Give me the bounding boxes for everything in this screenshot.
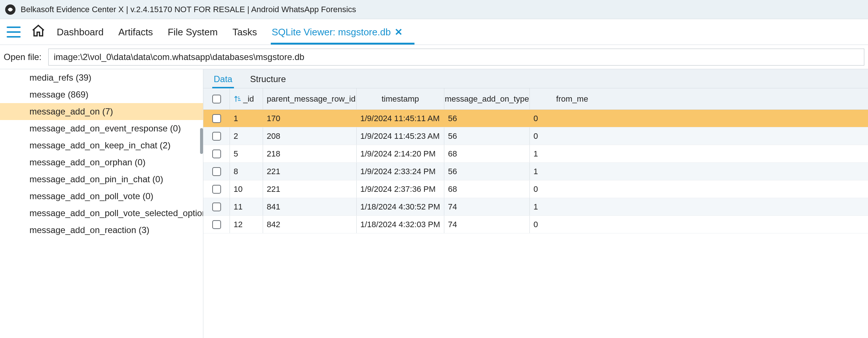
tree-item[interactable]: message_add_on_keep_in_chat (2) (0, 137, 203, 154)
cell-from_me: 1 (530, 145, 615, 162)
cell-_id: 8 (230, 163, 263, 180)
row-checkbox-cell (203, 180, 230, 198)
open-file-bar: Open file: (0, 45, 868, 69)
main-panel: DataStructure _idparent_message_row_idti… (203, 69, 868, 338)
cell-message_add_on_type: 56 (444, 127, 530, 145)
cell-timestamp: 1/9/2024 2:37:36 PM (357, 180, 444, 198)
cell-message_add_on_type: 56 (444, 110, 530, 127)
tree-item[interactable]: media_refs (39) (0, 69, 203, 86)
tree-item-count: (3) (136, 225, 150, 235)
open-file-label: Open file: (4, 52, 42, 62)
tree-item-name: message_add_on_poll_vote_selected_option (29, 208, 203, 218)
row-checkbox[interactable] (212, 167, 221, 176)
col-header-checkbox[interactable] (203, 88, 230, 109)
cell-parent_message_row_id: 221 (263, 180, 357, 198)
nav-tab[interactable]: File System (167, 21, 218, 43)
inner-tab[interactable]: Structure (249, 70, 287, 88)
cell-_id: 10 (230, 180, 263, 198)
cell-from_me: 1 (530, 198, 615, 215)
row-checkbox[interactable] (212, 185, 221, 194)
cell-timestamp: 1/9/2024 2:33:24 PM (357, 163, 444, 180)
cell-parent_message_row_id: 221 (263, 163, 357, 180)
cell-_id: 5 (230, 145, 263, 162)
select-all-checkbox[interactable] (212, 95, 221, 103)
tree-item-name: message_add_on_keep_in_chat (29, 140, 157, 150)
tree-item[interactable]: message_add_on_poll_vote (0) (0, 188, 203, 205)
row-checkbox-cell (203, 145, 230, 162)
row-checkbox[interactable] (212, 203, 221, 211)
row-checkbox[interactable] (212, 220, 221, 229)
col-header[interactable]: from_me (530, 88, 615, 109)
tree-item[interactable]: message_add_on (7) (0, 103, 203, 120)
tree-item[interactable]: message_add_on_orphan (0) (0, 154, 203, 171)
nav-tab[interactable]: Artifacts (118, 21, 154, 43)
cell-from_me: 0 (530, 110, 615, 127)
cell-_id: 11 (230, 198, 263, 215)
tree-item[interactable]: message_add_on_pin_in_chat (0) (0, 171, 203, 188)
tree-item[interactable]: message_add_on_event_response (0) (0, 120, 203, 137)
row-checkbox-cell (203, 216, 230, 233)
cell-timestamp: 1/9/2024 11:45:11 AM (357, 110, 444, 127)
col-header[interactable]: timestamp (357, 88, 444, 109)
row-checkbox-cell (203, 127, 230, 145)
inner-tabs: DataStructure (203, 69, 868, 88)
cell-timestamp: 1/18/2024 4:30:52 PM (357, 198, 444, 215)
tree-item-name: media_refs (29, 73, 73, 82)
col-header-label: parent_message_row_id (267, 94, 356, 104)
col-header[interactable]: _id (230, 88, 263, 109)
tree-item-name: message_add_on_poll_vote (29, 191, 140, 201)
cell-from_me: 1 (530, 163, 615, 180)
table-row[interactable]: 11701/9/2024 11:45:11 AM560 (203, 110, 868, 127)
tree-item-count: (869) (65, 89, 88, 99)
tree-item-name: message (29, 89, 65, 99)
scrollbar-thumb[interactable] (200, 128, 203, 154)
col-header-label: timestamp (382, 94, 419, 104)
tree-item-count: (2) (157, 140, 171, 150)
tree-item-name: message_add_on_event_response (29, 123, 168, 133)
cell-timestamp: 1/18/2024 4:32:03 PM (357, 216, 444, 233)
tree-item-count: (7) (100, 106, 113, 116)
row-checkbox-cell (203, 198, 230, 215)
tree-item-name: message_add_on_pin_in_chat (29, 174, 150, 184)
row-checkbox-cell (203, 163, 230, 180)
cell-parent_message_row_id: 218 (263, 145, 357, 162)
nav-tab[interactable]: Dashboard (56, 21, 104, 43)
window-title: Belkasoft Evidence Center X | v.2.4.1517… (21, 5, 356, 14)
tree-item[interactable]: message (869) (0, 86, 203, 103)
table-tree-sidebar[interactable]: media_refs (39)message (869)message_add_… (0, 69, 203, 338)
tree-item-name: message_add_on (29, 106, 100, 116)
menu-hamburger-icon[interactable] (7, 27, 21, 38)
nav-bar: DashboardArtifactsFile SystemTasksSQLite… (0, 19, 868, 45)
grid-body: 11701/9/2024 11:45:11 AM56022081/9/2024 … (203, 110, 868, 233)
table-row[interactable]: 118411/18/2024 4:30:52 PM741 (203, 198, 868, 216)
table-row[interactable]: 128421/18/2024 4:32:03 PM740 (203, 216, 868, 233)
row-checkbox[interactable] (212, 132, 221, 141)
col-header[interactable]: message_add_on_type (444, 88, 530, 109)
row-checkbox[interactable] (212, 149, 221, 158)
table-row[interactable]: 102211/9/2024 2:37:36 PM680 (203, 180, 868, 198)
cell-_id: 12 (230, 216, 263, 233)
open-file-input[interactable] (48, 49, 864, 66)
cell-message_add_on_type: 74 (444, 198, 530, 215)
close-icon[interactable]: ✕ (395, 27, 403, 38)
tree-item-count: (0) (150, 174, 163, 184)
nav-tab[interactable]: Tasks (232, 21, 258, 43)
cell-timestamp: 1/9/2024 11:45:23 AM (357, 127, 444, 145)
col-header[interactable]: parent_message_row_id (263, 88, 357, 109)
col-header-label: message_add_on_type (445, 94, 529, 104)
cell-from_me: 0 (530, 216, 615, 233)
cell-_id: 1 (230, 110, 263, 127)
row-checkbox[interactable] (212, 114, 221, 123)
table-row[interactable]: 52181/9/2024 2:14:20 PM681 (203, 145, 868, 163)
nav-tab[interactable]: SQLite Viewer: msgstore.db✕ (271, 21, 403, 43)
tree-item-count: (39) (73, 73, 91, 82)
table-row[interactable]: 82211/9/2024 2:33:24 PM561 (203, 163, 868, 180)
col-header-label: _id (243, 94, 254, 104)
row-checkbox-cell (203, 110, 230, 127)
home-icon[interactable] (31, 24, 46, 41)
tree-item[interactable]: message_add_on_reaction (3) (0, 222, 203, 239)
cell-parent_message_row_id: 208 (263, 127, 357, 145)
tree-item[interactable]: message_add_on_poll_vote_selected_option… (0, 205, 203, 222)
inner-tab[interactable]: Data (212, 70, 234, 88)
table-row[interactable]: 22081/9/2024 11:45:23 AM560 (203, 127, 868, 145)
